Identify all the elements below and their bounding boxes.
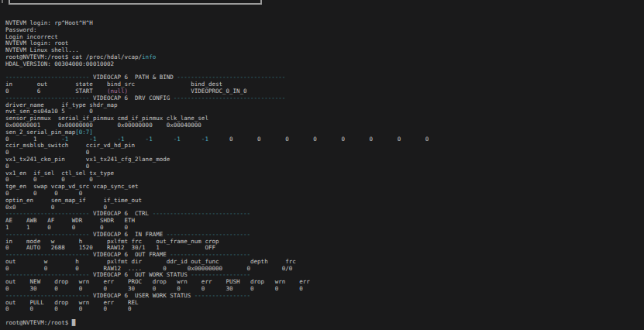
terminal-text: 0 30 0 0 0 30 0 0 0 30 0 0 0 — [5, 285, 303, 292]
terminal-text: 0x00000001 0x00000000 0x00000000 0x00040… — [5, 122, 201, 129]
terminal-text: Password: — [5, 26, 37, 33]
terminal-text: vx1_tx241_cko_pin vx1_tx241_cfg_2lane_mo… — [5, 156, 170, 163]
terminal-text: 0 0 — [5, 163, 89, 170]
terminal-text: 0 1 — [5, 136, 61, 143]
highlighted-text: ------------------------ — [5, 251, 89, 258]
highlighted-text: ------------------------ — [5, 292, 89, 299]
terminal-text: 0 AUTO 2688 1520 RAW12 30/1 1 OFF — [5, 244, 215, 251]
terminal-line: HDAL_VERSION: 00304000:00010002 — [5, 61, 429, 68]
highlighted-text: ------------------------ — [5, 271, 89, 278]
terminal-screen[interactable]: NVTEVM login: rp^Hoot^H^HPassword:Login … — [5, 20, 429, 327]
terminal-text: VIDEOCAP 6 USER WORK STATUS — [89, 292, 194, 299]
highlighted-text: ---------------------------- — [153, 210, 250, 217]
terminal-text: HDAL_VERSION: 00304000:00010002 — [5, 60, 114, 67]
highlighted-text: (null) — [107, 88, 128, 95]
terminal-text: tge_en swap vcap_vd_src vcap_sync_set — [5, 183, 139, 190]
terminal-text: VIDEOCAP 6 PATH & BIND — [89, 74, 177, 81]
terminal-text: NVTEVM login: rp^Hoot^H^H — [5, 19, 93, 26]
terminal-text: root@NVTEVM:/root$ — [5, 319, 72, 326]
terminal-text: NVTEVM Linux shell... — [5, 46, 79, 53]
terminal-text: optin_en sen_map_if if_time_out — [5, 197, 142, 204]
terminal-line: 0 0 0 0 0 0 — [5, 306, 429, 313]
highlighted-text: ----------------- — [191, 271, 250, 278]
terminal-text: sen_2_serial_pin_map — [5, 129, 75, 136]
highlighted-text: ----------------------- — [170, 251, 250, 258]
highlighted-text: [0:7] — [75, 129, 93, 136]
highlighted-text: ------------------------------- — [177, 74, 285, 81]
highlighted-text: ------------------------ — [5, 95, 89, 101]
terminal-text: 1 1 0 0 0 0 — [5, 224, 128, 231]
terminal-text: 0 0 0 RAW12 .... 0 0x00000000 0 0/0 — [5, 265, 292, 272]
terminal-text: 0x0 0 0 — [5, 204, 107, 211]
terminal-text: 0 0 0 0 0 0 0 0 — [229, 136, 429, 143]
terminal-text: vx1_en if_sel ctl_sel tx_type — [5, 170, 114, 177]
terminal-text: VIDEOCAP 6 OUT WORK STATUS — [89, 271, 191, 278]
highlighted-text: ---------------- — [195, 292, 250, 299]
terminal-text: in out state bind_src bind_dest — [5, 81, 222, 88]
terminal-line: root@NVTEVM:/root$ █ — [5, 320, 429, 327]
terminal-text: AE AWB AF WDR SHDR ETH — [5, 217, 135, 224]
screen-edge-artifact — [2, 0, 3, 3]
console-screen: { "colors": { "bg": "#1a1a1b", "fg": "#c… — [0, 0, 644, 330]
terminal-text: ccir_msblsb_switch ccir_vd_hd_pin — [5, 142, 135, 149]
terminal-text: 0 0 — [5, 149, 89, 156]
terminal-text: 0 6 START — [5, 88, 107, 95]
terminal-text: out NEW drop wrn err PROC drop wrn err P… — [5, 278, 310, 285]
dialog-box-remnant — [9, 0, 262, 5]
terminal-text: 0 0 0 0 — [5, 176, 93, 183]
terminal-text: driver_name if_type shdr_map — [5, 101, 118, 108]
terminal-text: root@NVTEVM:/root$ cat /proc/hdal/vcap/ — [5, 53, 142, 60]
terminal-text: NVTEVM login: root — [5, 40, 68, 46]
terminal-text: out PULL drop wrn err REL — [5, 299, 139, 306]
highlighted-text: -1 -1 -1 -1 -1 -1 — [61, 136, 229, 143]
terminal-text: 0 0 0 0 0 0 — [5, 305, 132, 312]
terminal-text: VIDEOCAP 6 DRV CONFIG — [89, 95, 173, 101]
terminal-text: out w h pxlfmt dir ddr_id out_func depth… — [5, 258, 296, 265]
terminal-line: NVTEVM login: rp^Hoot^H^H — [5, 20, 429, 27]
highlighted-text: -------------------------------- — [174, 95, 286, 101]
terminal-text: sensor_pinmux serial_if_pinmux cmd_if_pi… — [5, 115, 208, 122]
terminal-line: Login incorrect — [5, 34, 429, 41]
terminal-text: 0 0 0 0 — [5, 190, 82, 197]
terminal-text: VIDEOCAP 6 CTRL — [89, 210, 152, 217]
highlighted-text: ------------------------ — [5, 74, 89, 81]
terminal-text: VIDEOCAP 6 OUT FRAME — [89, 251, 170, 258]
highlighted-text: ------------------------ — [167, 231, 250, 238]
terminal-text: VIDEOCAP 6 IN FRAME — [89, 231, 166, 238]
terminal-text: nvt_sen_os04a10 5 0 — [5, 108, 93, 115]
cursor: █ — [72, 319, 76, 326]
highlighted-text: info — [142, 53, 156, 60]
terminal-line: Password: — [5, 27, 429, 34]
highlighted-text: ------------------------ — [5, 231, 89, 238]
terminal-text: in mode w h pxlfmt frc out_frame_num cro… — [5, 238, 219, 245]
highlighted-text: ------------------------ — [5, 210, 89, 217]
terminal-text: VIDEOPROC_0_IN_0 — [128, 88, 247, 95]
terminal-text: Login incorrect — [5, 33, 58, 40]
